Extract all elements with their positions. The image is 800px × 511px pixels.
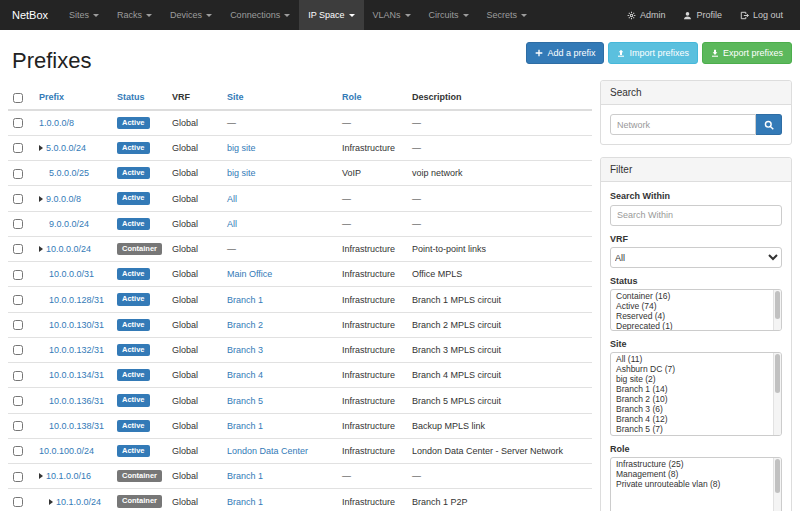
prefix-link[interactable]: 10.0.100.0/24	[39, 446, 94, 456]
listbox-option[interactable]: big site (2)	[611, 374, 781, 384]
site-link[interactable]: All	[227, 194, 237, 204]
listbox-option[interactable]: Infrastructure (25)	[611, 459, 781, 469]
listbox-option[interactable]: Private unrouteable vlan (8)	[611, 479, 781, 489]
prefix-link[interactable]: 9.0.0.0/24	[49, 219, 89, 229]
listbox-option[interactable]: Management (8)	[611, 469, 781, 479]
row-checkbox[interactable]	[13, 169, 23, 179]
prefix-link[interactable]: 10.0.0.0/24	[46, 244, 91, 254]
prefix-link[interactable]: 10.0.0.0/31	[49, 269, 94, 279]
nav-item-racks[interactable]: Racks	[108, 0, 161, 30]
site-link[interactable]: big site	[227, 143, 256, 153]
site-link[interactable]: London Data Center	[227, 446, 308, 456]
select-all-checkbox[interactable]	[13, 93, 23, 103]
filter-input-search-within[interactable]	[610, 205, 782, 226]
row-checkbox[interactable]	[13, 270, 23, 280]
row-checkbox[interactable]	[13, 396, 23, 406]
site-link[interactable]: Branch 3	[227, 345, 263, 355]
row-checkbox[interactable]	[13, 472, 23, 482]
site-link[interactable]: Main Office	[227, 269, 272, 279]
row-checkbox[interactable]	[13, 497, 23, 507]
prefix-link[interactable]: 5.0.0.0/25	[49, 168, 89, 178]
site-link[interactable]: Branch 1	[227, 295, 263, 305]
listbox-option[interactable]: Branch 4 (12)	[611, 414, 781, 424]
filter-select-vrf[interactable]: All	[610, 247, 782, 268]
row-checkbox[interactable]	[13, 143, 23, 153]
prefix-link[interactable]: 10.1.0.0/24	[56, 497, 101, 507]
prefix-link[interactable]: 1.0.0.0/8	[39, 118, 74, 128]
listbox-option[interactable]: Branch 1 (14)	[611, 384, 781, 394]
import-prefixes-button[interactable]: Import prefixes	[608, 42, 698, 64]
prefix-link[interactable]: 5.0.0.0/24	[46, 143, 86, 153]
site-link[interactable]: Branch 4	[227, 370, 263, 380]
row-checkbox[interactable]	[13, 244, 23, 254]
sort-header-role[interactable]: Role	[342, 92, 362, 102]
prefix-link[interactable]: 10.0.0.134/31	[49, 370, 104, 380]
table-header-row: PrefixStatusVRFSiteRoleDescription	[8, 86, 592, 110]
site-link[interactable]: Branch 5	[227, 396, 263, 406]
site-link[interactable]: Branch 2	[227, 320, 263, 330]
role-cell: Infrastructure	[337, 287, 407, 312]
nav-item-connections[interactable]: Connections	[221, 0, 299, 30]
site-link[interactable]: Branch 1	[227, 471, 263, 481]
site-link[interactable]: All	[227, 219, 237, 229]
site-link[interactable]: big site	[227, 168, 256, 178]
prefix-link[interactable]: 9.0.0.0/8	[46, 194, 81, 204]
nav-item-ip-space[interactable]: IP Space	[299, 0, 363, 30]
listbox-option[interactable]: Active (74)	[611, 301, 781, 311]
row-checkbox[interactable]	[13, 295, 23, 305]
nav-item-admin[interactable]: Admin	[618, 0, 675, 30]
row-checkbox[interactable]	[13, 421, 23, 431]
row-checkbox[interactable]	[13, 345, 23, 355]
listbox-option[interactable]: COLO 1 (1)	[611, 434, 781, 436]
listbox-option[interactable]: Branch 3 (6)	[611, 404, 781, 414]
filter-listbox-role[interactable]: Infrastructure (25)Management (8)Private…	[610, 457, 782, 511]
sort-header-site[interactable]: Site	[227, 92, 244, 102]
row-checkbox[interactable]	[13, 446, 23, 456]
nav-item-vlans[interactable]: VLANs	[364, 0, 420, 30]
scrollbar-thumb[interactable]	[775, 459, 780, 493]
listbox-option[interactable]: Branch 5 (7)	[611, 424, 781, 434]
site-link[interactable]: Branch 1	[227, 421, 263, 431]
nav-item-secrets[interactable]: Secrets	[478, 0, 537, 30]
listbox-option[interactable]: Ashburn DC (7)	[611, 364, 781, 374]
listbox-option[interactable]: Reserved (4)	[611, 311, 781, 321]
filter-panel: Filter Search WithinVRFAllStatusContaine…	[600, 157, 792, 511]
row-checkbox[interactable]	[13, 320, 23, 330]
listbox-option[interactable]: Branch 2 (10)	[611, 394, 781, 404]
nav-item-profile[interactable]: Profile	[674, 0, 731, 30]
scrollbar-thumb[interactable]	[775, 354, 780, 393]
table-row: 10.0.0.136/31ActiveGlobalBranch 5Infrast…	[8, 388, 592, 413]
add-a-prefix-button[interactable]: Add a prefix	[526, 42, 604, 64]
upload-icon	[617, 49, 625, 57]
row-checkbox[interactable]	[13, 194, 23, 204]
search-button[interactable]	[756, 114, 782, 135]
prefix-link[interactable]: 10.0.0.128/31	[49, 295, 104, 305]
nav-item-log-out[interactable]: Log out	[731, 0, 792, 30]
prefix-link[interactable]: 10.0.0.130/31	[49, 320, 104, 330]
nav-item-devices[interactable]: Devices	[161, 0, 221, 30]
listbox-option[interactable]: Deprecated (1)	[611, 321, 781, 331]
export-prefixes-button[interactable]: Export prefixes	[702, 42, 792, 64]
row-checkbox[interactable]	[13, 219, 23, 229]
listbox-option[interactable]: Container (16)	[611, 291, 781, 301]
scrollbar[interactable]	[773, 353, 781, 435]
prefix-link[interactable]: 10.0.0.138/31	[49, 421, 104, 431]
listbox-option[interactable]: All (11)	[611, 354, 781, 364]
search-input[interactable]	[610, 114, 756, 135]
scrollbar[interactable]	[773, 458, 781, 511]
row-checkbox[interactable]	[13, 118, 23, 128]
filter-listbox-site[interactable]: All (11)Ashburn DC (7)big site (2)Branch…	[610, 352, 782, 436]
scrollbar-thumb[interactable]	[775, 291, 780, 319]
row-checkbox[interactable]	[13, 371, 23, 381]
sort-header-prefix[interactable]: Prefix	[39, 92, 64, 102]
site-link[interactable]: Branch 1	[227, 497, 263, 507]
sort-header-status[interactable]: Status	[117, 92, 145, 102]
prefix-link[interactable]: 10.1.0.0/16	[46, 471, 91, 481]
nav-item-circuits[interactable]: Circuits	[420, 0, 478, 30]
nav-item-sites[interactable]: Sites	[60, 0, 108, 30]
filter-listbox-status[interactable]: Container (16)Active (74)Reserved (4)Dep…	[610, 289, 782, 331]
app-brand[interactable]: NetBox	[8, 0, 60, 30]
scrollbar[interactable]	[773, 290, 781, 330]
prefix-link[interactable]: 10.0.0.136/31	[49, 396, 104, 406]
prefix-link[interactable]: 10.0.0.132/31	[49, 345, 104, 355]
